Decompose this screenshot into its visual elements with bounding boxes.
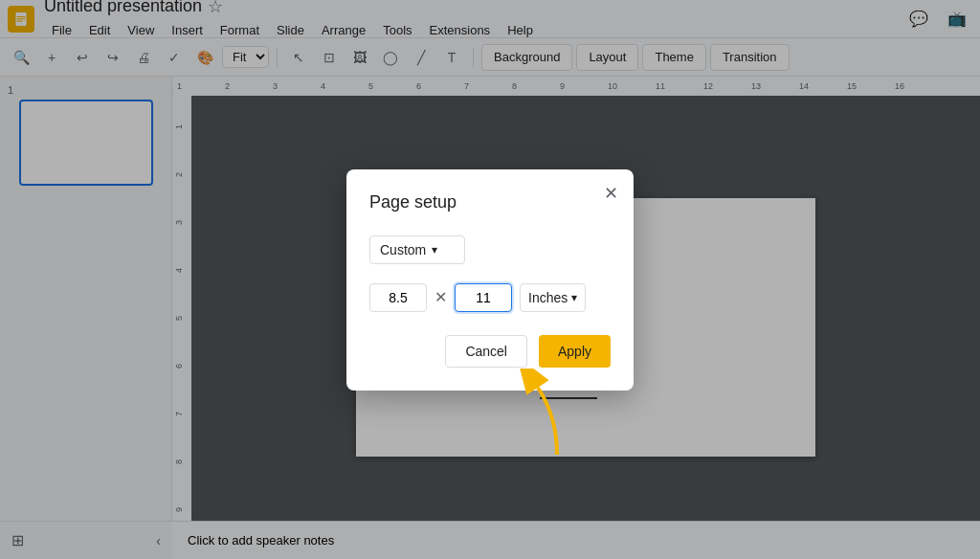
dimensions-row: ✕ Inches ▾ (369, 283, 611, 312)
apply-button[interactable]: Apply (539, 335, 611, 368)
units-chevron-icon: ▾ (571, 291, 577, 304)
units-dropdown[interactable]: Inches ▾ (520, 283, 586, 312)
page-setup-dialog: Page setup ✕ Custom ▾ ✕ Inches ▾ Cancel … (346, 169, 634, 391)
chevron-down-icon: ▾ (432, 243, 437, 257)
width-input[interactable] (369, 283, 427, 312)
units-label: Inches (528, 290, 568, 305)
dialog-title: Page setup (369, 192, 611, 212)
format-row: Custom ▾ (369, 235, 611, 264)
format-dropdown[interactable]: Custom ▾ (369, 235, 465, 264)
x-separator: ✕ (434, 288, 447, 306)
dialog-buttons: Cancel Apply (369, 335, 611, 368)
modal-overlay[interactable]: Page setup ✕ Custom ▾ ✕ Inches ▾ Cancel … (0, 0, 980, 559)
cancel-button[interactable]: Cancel (445, 335, 527, 368)
close-icon[interactable]: ✕ (604, 185, 618, 202)
arrow-indicator (500, 369, 576, 467)
format-label: Custom (380, 242, 426, 257)
height-input[interactable] (455, 283, 512, 312)
